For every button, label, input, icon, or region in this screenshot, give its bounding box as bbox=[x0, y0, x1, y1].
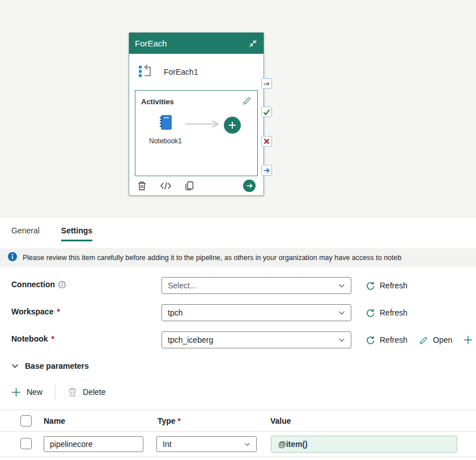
chevron-down-icon bbox=[11, 363, 19, 369]
column-header-type: Type * bbox=[158, 416, 181, 425]
notebook-activity[interactable]: Notebook1 bbox=[147, 113, 184, 145]
base-parameters-title: Base parameters bbox=[25, 361, 89, 370]
connection-label: Connection bbox=[11, 280, 66, 289]
card-toolbar bbox=[129, 176, 264, 195]
tab-settings[interactable]: Settings bbox=[61, 226, 92, 241]
info-banner-text: Please review this item carefully before… bbox=[23, 254, 401, 262]
notebook-refresh-button[interactable]: Refresh bbox=[366, 335, 407, 345]
foreach-card-header: ForEach bbox=[129, 33, 264, 54]
connection-refresh-button[interactable]: Refresh bbox=[366, 281, 407, 291]
tab-general[interactable]: General bbox=[11, 226, 40, 241]
skip-port-button[interactable] bbox=[261, 78, 272, 89]
toolbar-divider bbox=[55, 385, 56, 400]
workspace-dropdown[interactable]: tpch bbox=[162, 304, 351, 321]
on-failure-port-button[interactable] bbox=[261, 136, 272, 147]
parameter-name-input[interactable] bbox=[44, 436, 143, 452]
new-parameter-button[interactable]: New bbox=[11, 387, 42, 397]
chevron-down-icon bbox=[244, 442, 250, 447]
column-header-name: Name bbox=[44, 416, 65, 425]
clone-activity-icon[interactable] bbox=[185, 181, 194, 191]
delete-activity-icon[interactable] bbox=[137, 181, 147, 191]
connector-arrow-icon bbox=[184, 120, 222, 131]
parameter-value-expression[interactable]: @item() bbox=[271, 436, 457, 453]
select-all-checkbox[interactable] bbox=[20, 415, 32, 427]
on-completion-port-button[interactable] bbox=[261, 165, 272, 176]
workspace-label: Workspace * bbox=[11, 307, 60, 316]
notebook-dropdown[interactable]: tpch_iceberg bbox=[162, 331, 351, 348]
chevron-down-icon bbox=[338, 337, 345, 343]
info-icon bbox=[8, 252, 17, 263]
delete-parameter-button[interactable]: Delete bbox=[68, 387, 105, 397]
connection-info-icon[interactable] bbox=[58, 281, 66, 288]
view-code-icon[interactable] bbox=[160, 181, 172, 190]
activity-name-row: ForEach1 bbox=[129, 54, 264, 90]
activities-body: Notebook1 bbox=[135, 108, 257, 145]
notebook-field-row: Notebook * tpch_iceberg Refresh bbox=[0, 331, 476, 348]
collapse-icon[interactable] bbox=[248, 39, 258, 49]
required-mark: * bbox=[52, 334, 54, 343]
notebook-label: Notebook * bbox=[11, 334, 54, 343]
required-mark: * bbox=[178, 416, 181, 425]
child-activity-name: Notebook1 bbox=[149, 137, 182, 145]
activities-label: Activities bbox=[141, 97, 174, 106]
property-tabs: General Settings bbox=[11, 226, 92, 241]
connection-dropdown[interactable]: Select... bbox=[162, 277, 351, 294]
chevron-down-icon bbox=[338, 283, 345, 288]
notebook-open-button[interactable]: Open bbox=[419, 335, 452, 345]
base-parameters-section-toggle[interactable]: Base parameters bbox=[11, 361, 89, 370]
run-next-icon[interactable] bbox=[243, 180, 256, 192]
card-title: ForEach bbox=[135, 39, 167, 48]
required-mark: * bbox=[57, 307, 60, 316]
activities-header: Activities bbox=[135, 91, 257, 108]
foreach-icon bbox=[138, 64, 154, 80]
activities-container[interactable]: Activities bbox=[135, 90, 258, 176]
workspace-refresh-button[interactable]: Refresh bbox=[366, 308, 407, 318]
pipeline-canvas[interactable]: ForEach bbox=[0, 0, 476, 217]
notebook-new-button[interactable] bbox=[464, 335, 473, 344]
parameter-type-dropdown[interactable]: Int bbox=[156, 436, 257, 452]
foreach-activity-card[interactable]: ForEach bbox=[129, 32, 264, 196]
chevron-down-icon bbox=[338, 310, 345, 316]
connection-field-row: Connection Select... bbox=[0, 277, 476, 294]
add-activity-button[interactable] bbox=[224, 117, 241, 134]
parameter-row: Int @item() bbox=[0, 432, 476, 457]
row-checkbox[interactable] bbox=[20, 438, 32, 449]
notebook-icon bbox=[156, 113, 175, 134]
edit-activities-pencil-icon[interactable] bbox=[242, 96, 252, 108]
parameters-toolbar: New Delete bbox=[11, 384, 105, 401]
on-success-port-button[interactable] bbox=[261, 107, 272, 117]
info-banner: Please review this item carefully before… bbox=[0, 248, 476, 267]
pipeline-editor: ForEach bbox=[0, 0, 476, 460]
parameters-table-header: Name Type * Value bbox=[0, 410, 476, 432]
properties-panel: General Settings Please review this item… bbox=[0, 217, 476, 460]
activity-name: ForEach1 bbox=[164, 67, 198, 76]
column-header-value: Value bbox=[270, 416, 291, 425]
workspace-field-row: Workspace * tpch Refresh bbox=[0, 304, 476, 321]
